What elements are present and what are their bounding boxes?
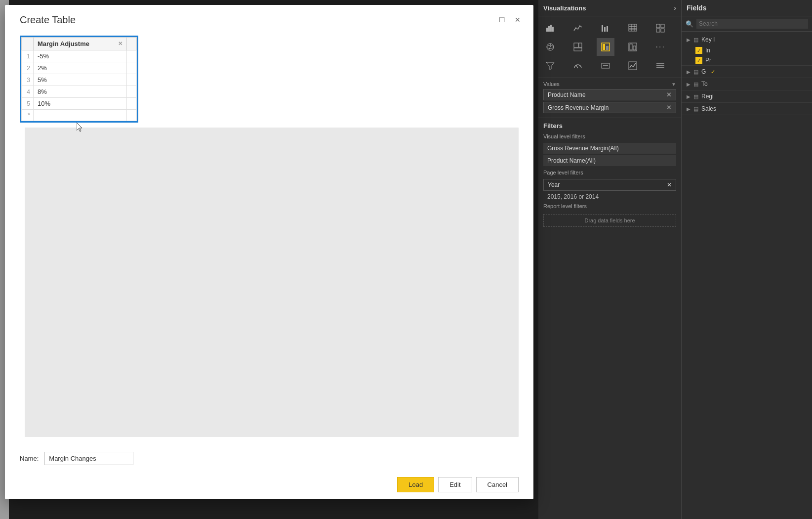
search-input[interactable] bbox=[696, 19, 808, 29]
vis-card-icon[interactable] bbox=[597, 57, 614, 75]
vis-table-icon[interactable] bbox=[624, 19, 642, 37]
field-check-pr[interactable]: ✓ bbox=[695, 57, 702, 64]
row-num-header bbox=[22, 38, 34, 50]
row-value-cell[interactable]: -5% bbox=[34, 50, 127, 62]
table-container: Margin Adjustme ✕ 1 -5% 2 2% 3 bbox=[20, 36, 138, 123]
load-button[interactable]: Load bbox=[397, 477, 434, 492]
row-value-cell[interactable]: 2% bbox=[34, 62, 127, 74]
product-name-remove[interactable]: ✕ bbox=[666, 91, 672, 98]
new-row-value[interactable] bbox=[34, 110, 127, 121]
vis-gauge-icon[interactable] bbox=[569, 57, 587, 75]
g-expand-icon: ▶ bbox=[687, 69, 690, 75]
gross-revenue-chip[interactable]: Gross Revenue Margin ✕ bbox=[543, 102, 676, 113]
vis-icons-grid: ··· bbox=[538, 16, 681, 78]
vis-shape-icon[interactable] bbox=[624, 38, 642, 56]
field-group-sales-header[interactable]: ▶ ▤ Sales bbox=[682, 103, 812, 115]
svg-rect-26 bbox=[633, 46, 636, 50]
svg-marker-27 bbox=[546, 62, 554, 69]
field-label-pr: Pr bbox=[705, 57, 711, 64]
field-group-sales: ▶ ▤ Sales bbox=[682, 103, 812, 115]
svg-rect-22 bbox=[603, 44, 605, 50]
vis-matrix-icon[interactable] bbox=[651, 19, 669, 37]
key-expand-icon: ▶ bbox=[687, 37, 690, 43]
name-input[interactable] bbox=[44, 452, 133, 465]
table-row[interactable]: 3 5% bbox=[22, 74, 137, 86]
field-group-regi-header[interactable]: ▶ ▤ Regi bbox=[682, 90, 812, 102]
field-item-pr: ✓ Pr bbox=[682, 55, 812, 65]
vis-map-icon[interactable] bbox=[541, 38, 559, 56]
gross-revenue-filter[interactable]: Gross Revenue Margin(All) bbox=[543, 143, 676, 154]
search-bar: 🔍 bbox=[682, 16, 812, 32]
vis-treemap-icon[interactable] bbox=[569, 38, 587, 56]
vis-slicer-icon[interactable] bbox=[651, 57, 669, 75]
visualizations-header: Visualizations › bbox=[538, 0, 681, 16]
vis-dots-icon[interactable]: ··· bbox=[651, 38, 669, 56]
visualizations-arrow: › bbox=[674, 4, 676, 12]
field-check-in[interactable]: ✓ bbox=[695, 47, 702, 54]
svg-rect-1 bbox=[548, 26, 550, 32]
svg-rect-18 bbox=[574, 43, 578, 47]
regi-icon: ▤ bbox=[693, 93, 698, 100]
svg-rect-14 bbox=[656, 29, 660, 32]
year-value: 2015, 2016 or 2014 bbox=[538, 192, 681, 201]
vis-funnel-icon[interactable] bbox=[541, 57, 559, 75]
search-icon: 🔍 bbox=[686, 20, 693, 28]
row-value-cell[interactable]: 8% bbox=[34, 86, 127, 98]
values-collapse-icon: ▼ bbox=[671, 82, 676, 87]
field-group-key-header[interactable]: ▶ ▤ Key I bbox=[682, 34, 812, 45]
svg-rect-8 bbox=[629, 27, 637, 29]
row-value-cell[interactable]: 10% bbox=[34, 98, 127, 110]
svg-rect-0 bbox=[546, 28, 548, 32]
sales-icon: ▤ bbox=[693, 106, 698, 112]
vis-line-icon[interactable] bbox=[569, 19, 587, 37]
to-icon: ▤ bbox=[693, 81, 698, 87]
close-button[interactable]: ✕ bbox=[512, 14, 524, 26]
row-num-cell: 2 bbox=[22, 62, 34, 74]
svg-rect-9 bbox=[629, 29, 637, 31]
gross-revenue-remove[interactable]: ✕ bbox=[666, 104, 672, 111]
year-remove[interactable]: ✕ bbox=[667, 181, 672, 188]
name-row: Name: bbox=[5, 447, 533, 470]
field-group-g-header[interactable]: ▶ ▤ G ✓ bbox=[682, 66, 812, 78]
vis-kpi-icon[interactable] bbox=[624, 57, 642, 75]
name-label: Name: bbox=[20, 455, 39, 462]
product-name-chip[interactable]: Product Name ✕ bbox=[543, 89, 676, 100]
drop-area[interactable]: Drag data fields here bbox=[543, 214, 676, 227]
row-num-cell: 3 bbox=[22, 74, 34, 86]
row-value-cell[interactable]: 5% bbox=[34, 74, 127, 86]
g-group-label: G bbox=[701, 68, 706, 75]
new-row[interactable]: * bbox=[22, 110, 137, 121]
field-group-to-header[interactable]: ▶ ▤ To bbox=[682, 78, 812, 90]
new-row-star: * bbox=[22, 110, 34, 121]
row-num-cell: 1 bbox=[22, 50, 34, 62]
svg-rect-20 bbox=[574, 48, 582, 51]
fields-panel-header: Fields bbox=[682, 0, 812, 16]
cancel-button[interactable]: Cancel bbox=[476, 477, 519, 492]
table-row[interactable]: 5 10% bbox=[22, 98, 137, 110]
row-num-cell: 5 bbox=[22, 98, 34, 110]
edit-button[interactable]: Edit bbox=[438, 477, 472, 492]
table-row[interactable]: 4 8% bbox=[22, 86, 137, 98]
key-icon: ▤ bbox=[693, 37, 698, 43]
table-row[interactable]: 1 -5% bbox=[22, 50, 137, 62]
dialog-content: Margin Adjustme ✕ 1 -5% 2 2% 3 bbox=[5, 31, 533, 447]
minimize-button[interactable]: ☐ bbox=[496, 14, 508, 26]
field-group-g: ▶ ▤ G ✓ bbox=[682, 66, 812, 78]
year-filter[interactable]: Year ✕ bbox=[543, 179, 676, 191]
dialog-titlebar: Create Table ☐ ✕ bbox=[5, 5, 533, 31]
canvas-area bbox=[25, 128, 519, 437]
vis-bar-icon[interactable] bbox=[541, 19, 559, 37]
svg-rect-2 bbox=[550, 25, 552, 32]
values-section: Values ▼ Product Name ✕ Gross Revenue Ma… bbox=[538, 78, 681, 118]
svg-rect-5 bbox=[604, 27, 606, 32]
g-check: ✓ bbox=[711, 69, 715, 75]
vis-column-icon[interactable] bbox=[597, 19, 614, 37]
field-group-to: ▶ ▤ To bbox=[682, 78, 812, 90]
vis-highlight-icon[interactable] bbox=[597, 38, 614, 56]
product-name-filter[interactable]: Product Name(All) bbox=[543, 155, 676, 166]
svg-rect-25 bbox=[630, 44, 632, 50]
column-header[interactable]: Margin Adjustme ✕ bbox=[34, 38, 127, 50]
row-extra-cell bbox=[127, 50, 137, 62]
dots-icon: ··· bbox=[656, 43, 665, 51]
table-row[interactable]: 2 2% bbox=[22, 62, 137, 74]
